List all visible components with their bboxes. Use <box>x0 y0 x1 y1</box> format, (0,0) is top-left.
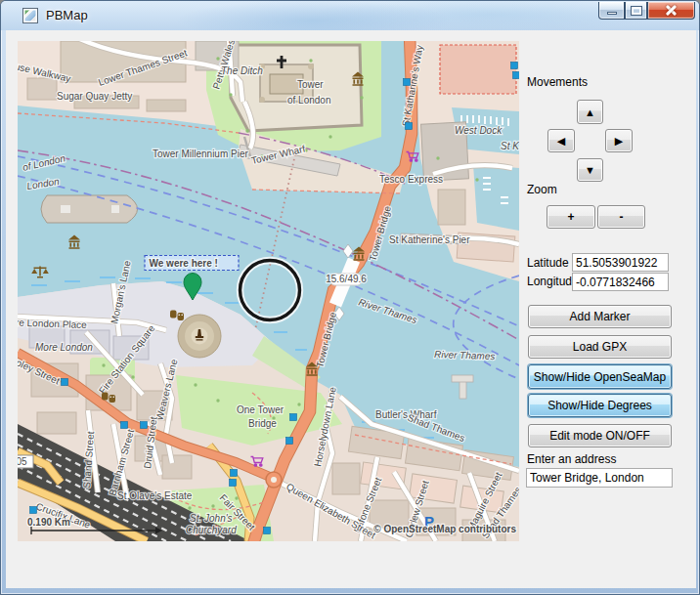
buoy-icon <box>30 507 37 514</box>
buoy-icon <box>290 414 297 421</box>
map-label: River Thames <box>434 349 496 361</box>
latitude-label: Latitude <box>527 256 569 270</box>
buoy-icon <box>513 72 520 79</box>
longitude-field[interactable] <box>572 273 669 291</box>
buoy-icon <box>511 63 518 69</box>
titlebar[interactable]: PBMap <box>1 1 700 30</box>
zoom-label: Zoom <box>527 183 557 196</box>
buoy-icon <box>406 123 413 130</box>
map-label: of London <box>287 95 331 106</box>
buoy-icon <box>62 379 68 386</box>
map-label: More London <box>35 342 93 353</box>
map-label: West Dock <box>455 125 503 136</box>
minimize-button[interactable] <box>598 2 625 20</box>
map-label: One Tower <box>237 404 284 415</box>
marker-tooltip-label: We were here ! <box>150 258 218 269</box>
buoy-icon <box>286 438 293 445</box>
edit-mode-button[interactable]: Edit mode ON/OFF <box>528 424 672 447</box>
load-gpx-button[interactable]: Load GPX <box>528 335 672 359</box>
movements-label: Movements <box>527 75 588 89</box>
move-left-button[interactable]: ◀ <box>547 129 575 152</box>
buoy-icon <box>141 422 148 429</box>
left-arrow-icon: ◀ <box>557 135 565 148</box>
toggle-degrees-button[interactable]: Show/Hide Degrees <box>528 394 672 417</box>
move-up-button[interactable]: ▲ <box>577 100 603 124</box>
move-right-button[interactable]: ▶ <box>605 129 633 152</box>
map-view[interactable]: House WalkwayLower Thames StreetPetty Wa… <box>18 41 519 541</box>
down-arrow-icon: ▼ <box>585 164 595 176</box>
attribution: © OpenStreetMap contributors <box>373 524 516 534</box>
buoy-icon <box>121 422 128 429</box>
zoom-out-button[interactable]: - <box>597 205 645 229</box>
address-label: Enter an address <box>527 452 616 466</box>
move-down-button[interactable]: ▼ <box>577 158 603 182</box>
map-label: St. John's <box>190 513 233 524</box>
toggle-openseamap-button[interactable]: Show/Hide OpenSeaMap <box>528 364 672 389</box>
bridge-clearance-label: 15.6/49.6 <box>326 274 367 284</box>
buoy-icon <box>264 528 271 534</box>
map-label: The Ditch <box>221 65 263 76</box>
longitude-label: Longitude <box>527 275 579 288</box>
latitude-field[interactable] <box>572 253 669 272</box>
zoom-in-button[interactable]: + <box>547 205 595 229</box>
app-window: PBMap <box>0 0 700 595</box>
close-icon <box>665 4 678 17</box>
map-label: Tesco Express <box>379 174 443 185</box>
buoy-icon <box>231 470 238 477</box>
window-title: PBMap <box>46 8 88 22</box>
maximize-button[interactable] <box>625 2 647 20</box>
minimize-icon <box>607 12 617 15</box>
address-field[interactable] <box>526 468 673 488</box>
close-button[interactable] <box>647 2 695 20</box>
add-marker-button[interactable]: Add Marker <box>528 305 672 328</box>
right-arrow-icon: ▶ <box>615 135 623 148</box>
client-area: House WalkwayLower Thames StreetPetty Wa… <box>6 30 696 588</box>
road-ref-label: 05 <box>18 456 27 467</box>
map-label: Sugar Quay Jetty <box>57 91 132 102</box>
map-label: St Kath <box>501 141 519 151</box>
map-label: Churchyard <box>186 525 237 535</box>
map-canvas[interactable]: House WalkwayLower Thames StreetPetty Wa… <box>18 41 519 541</box>
buoy-icon <box>230 480 237 487</box>
scale-label: 0.190 Km <box>27 517 70 528</box>
map-label: St Katherine's Pier <box>389 234 470 245</box>
buoy-icon <box>404 79 411 86</box>
app-icon <box>22 8 38 23</box>
maximize-icon <box>632 7 641 15</box>
map-label: Tower <box>297 79 324 90</box>
map-label: Bridge <box>248 418 277 429</box>
map-label: St Olave's Estate <box>117 490 193 501</box>
up-arrow-icon: ▲ <box>585 106 595 118</box>
map-label: Tower Millennium Pier <box>153 149 248 159</box>
